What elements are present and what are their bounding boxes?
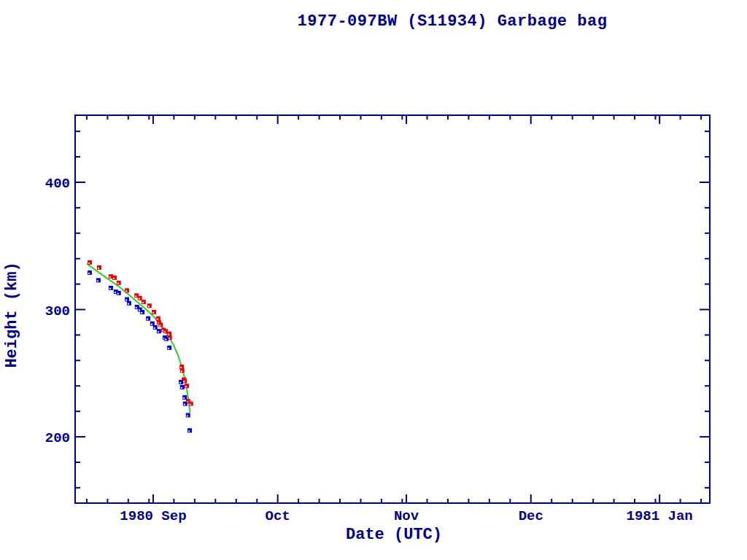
- data-point-notch: [187, 415, 188, 416]
- y-tick-label: 400: [45, 176, 70, 192]
- data-point-notch: [164, 331, 166, 332]
- data-point-notch: [188, 430, 190, 432]
- data-point-notch: [147, 319, 148, 320]
- data-point-notch: [162, 330, 163, 331]
- data-point-notch: [181, 370, 182, 372]
- data-point-notch: [148, 306, 150, 307]
- axis-frame: [75, 115, 710, 503]
- page: { "colors": { "background": "#ffffff", "…: [0, 0, 747, 560]
- y-tick-label: 200: [45, 430, 70, 446]
- data-point-notch: [183, 381, 185, 382]
- x-tick-label: Nov: [394, 508, 419, 524]
- data-point-notch: [88, 262, 90, 264]
- green-fit-line: [87, 264, 190, 413]
- data-point-notch: [151, 324, 152, 325]
- data-point-notch: [179, 382, 181, 384]
- data-point-notch: [181, 387, 182, 389]
- data-point-notch: [125, 290, 127, 292]
- chart-canvas: 1977-097BW (S11934) Garbage bag Height (…: [0, 0, 747, 560]
- x-tick-label: 1980 Sep: [120, 508, 186, 524]
- data-point-notch: [125, 300, 127, 301]
- data-point-notch: [159, 324, 160, 326]
- x-tick-label: Dec: [519, 508, 543, 524]
- data-point-notch: [139, 298, 140, 300]
- data-point-notch: [88, 273, 90, 274]
- data-point-notch: [109, 276, 111, 278]
- y-tick-label: 300: [45, 303, 70, 319]
- x-tick-label: 1981 Jan: [627, 508, 693, 524]
- data-point-notch: [135, 295, 136, 297]
- data-point-notch: [97, 280, 98, 281]
- data-point-notch: [168, 348, 169, 349]
- data-point-notch: [115, 292, 116, 293]
- data-point-notch: [141, 312, 142, 314]
- data-point-notch: [128, 303, 129, 305]
- data-point-notch: [139, 310, 140, 311]
- data-point-notch: [109, 288, 111, 289]
- data-point-notch: [185, 386, 187, 387]
- data-point-notch: [117, 293, 119, 295]
- x-tick-label: Oct: [266, 508, 290, 524]
- data-point-notch: [136, 307, 137, 308]
- data-point-notch: [184, 404, 185, 405]
- data-point-notch: [157, 319, 158, 320]
- data-point-notch: [183, 397, 185, 399]
- plot-area: 1980 SepOctNovDec1981 Jan200300400: [0, 0, 747, 560]
- data-point-notch: [152, 312, 154, 314]
- data-point-notch: [98, 268, 99, 269]
- data-point-notch: [117, 283, 119, 284]
- data-point-notch: [180, 367, 182, 368]
- data-point-notch: [168, 334, 169, 335]
- data-point-notch: [190, 404, 191, 405]
- data-point-notch: [154, 327, 155, 329]
- data-point-notch: [142, 302, 144, 303]
- data-point-notch: [165, 339, 166, 341]
- data-point-notch: [113, 278, 115, 279]
- data-point-notch: [158, 331, 159, 332]
